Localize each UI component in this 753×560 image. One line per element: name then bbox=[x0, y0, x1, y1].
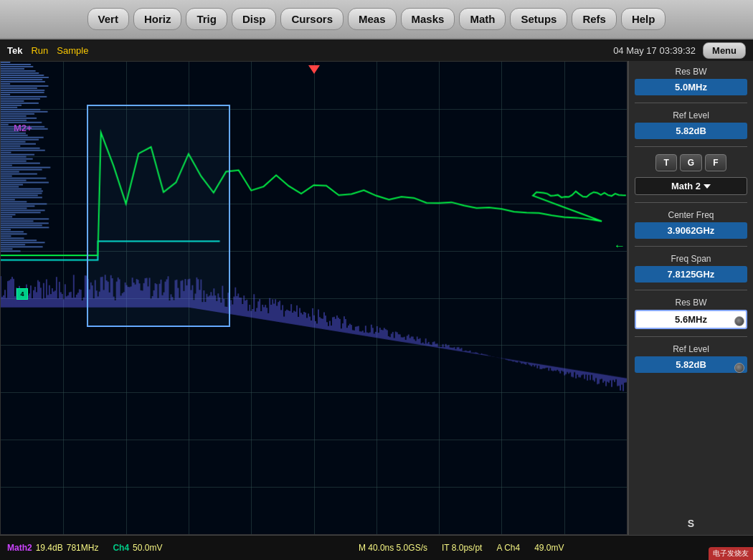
freq-span-value: 7.8125GHz bbox=[635, 266, 747, 283]
f-button[interactable]: F bbox=[705, 154, 726, 171]
divider-4 bbox=[635, 246, 747, 247]
tek-label: Tek bbox=[7, 45, 22, 56]
a-ch4-label: A Ch4 bbox=[496, 543, 520, 553]
sample-status: Sample bbox=[57, 45, 88, 56]
trigger-marker bbox=[308, 65, 320, 74]
t-button[interactable]: T bbox=[655, 154, 676, 171]
ch4-bottom-value: 50.0mV bbox=[133, 543, 162, 553]
res-bw2-section: Res BW 5.6MHz bbox=[635, 298, 747, 329]
math2-freq-value: 781MHz bbox=[67, 543, 99, 553]
freq-span-section: Freq Span 7.8125GHz bbox=[635, 254, 747, 283]
s-button[interactable]: S bbox=[635, 518, 747, 529]
ch4-marker: 4 bbox=[16, 288, 28, 300]
run-status: Run bbox=[31, 45, 48, 56]
status-bar: Tek Run Sample 04 May 17 03:39:32 Menu bbox=[0, 39, 753, 61]
cursors-button[interactable]: Cursors bbox=[280, 8, 344, 30]
bottom-bar: Math2 19.4dB 781MHz Ch4 50.0mV M 40.0ns … bbox=[0, 535, 753, 560]
top-menu-bar: Vert Horiz Trig Disp Cursors Meas Masks … bbox=[0, 0, 753, 39]
ref-level-section: Ref Level 5.82dB bbox=[635, 110, 747, 139]
g-button[interactable]: G bbox=[680, 154, 702, 171]
math2-dropdown[interactable]: Math 2 bbox=[635, 177, 747, 195]
math-button[interactable]: Math bbox=[459, 8, 506, 30]
math2-bottom-value: 19.4dB bbox=[36, 543, 63, 553]
right-panel: Res BW 5.0MHz Ref Level 5.82dB T G F Mat… bbox=[628, 61, 753, 535]
math2-dropdown-label: Math 2 bbox=[671, 181, 701, 191]
masks-button[interactable]: Masks bbox=[401, 8, 455, 30]
refs-button[interactable]: Refs bbox=[572, 8, 617, 30]
ref-level2-label: Ref Level bbox=[635, 344, 747, 354]
ref-level-marker: ← bbox=[614, 239, 625, 252]
res-bw-label: Res BW bbox=[635, 67, 747, 77]
center-freq-section: Center Freq 3.9062GHz bbox=[635, 210, 747, 239]
meas-button[interactable]: Meas bbox=[348, 8, 397, 30]
divider-5 bbox=[635, 290, 747, 290]
divider-3 bbox=[635, 202, 747, 203]
divider-2 bbox=[635, 146, 747, 147]
scope-screen: M2+ 4 ← bbox=[0, 61, 628, 535]
res-bw-value: 5.0MHz bbox=[635, 79, 747, 95]
math2-bottom-label: Math2 bbox=[7, 543, 32, 553]
center-freq-label: Center Freq bbox=[635, 210, 747, 220]
disp-button[interactable]: Disp bbox=[232, 8, 277, 30]
menu-button[interactable]: Menu bbox=[703, 42, 746, 59]
a-ch4-value: 49.0mV bbox=[534, 543, 564, 553]
ref-level2-value: 5.82dB bbox=[635, 356, 747, 373]
res-bw-knob[interactable] bbox=[734, 316, 744, 326]
dropdown-arrow-icon bbox=[704, 184, 711, 189]
logo-area: 电子发烧友 bbox=[709, 547, 753, 560]
bottom-center: M 40.0ns 5.0GS/s IT 8.0ps/pt A Ch4 49.0m… bbox=[176, 543, 746, 553]
ref-level2-section: Ref Level 5.82dB bbox=[635, 344, 747, 373]
ch4-bottom: Ch4 50.0mV bbox=[113, 543, 162, 553]
horiz-button[interactable]: Horiz bbox=[133, 8, 182, 30]
res-bw-section: Res BW 5.0MHz bbox=[635, 67, 747, 95]
ref-level-value: 5.82dB bbox=[635, 123, 747, 139]
ref-level-knob[interactable] bbox=[734, 363, 744, 373]
ch4-bottom-label: Ch4 bbox=[113, 543, 129, 553]
ref-level-label: Ref Level bbox=[635, 110, 747, 120]
center-freq-value: 3.9062GHz bbox=[635, 222, 747, 239]
vert-button[interactable]: Vert bbox=[87, 8, 129, 30]
help-button[interactable]: Help bbox=[621, 8, 666, 30]
m-timebase: M 40.0ns 5.0GS/s bbox=[359, 543, 427, 553]
timestamp: 04 May 17 03:39:32 bbox=[613, 45, 696, 56]
m2-label: M2+ bbox=[14, 123, 32, 133]
selection-box bbox=[87, 105, 230, 327]
tgf-row: T G F bbox=[635, 154, 747, 171]
math2-bottom: Math2 19.4dB 781MHz bbox=[7, 543, 98, 553]
freq-span-label: Freq Span bbox=[635, 254, 747, 264]
setups-button[interactable]: Setups bbox=[510, 8, 567, 30]
res-bw2-value[interactable]: 5.6MHz bbox=[635, 310, 747, 329]
divider-6 bbox=[635, 336, 747, 337]
trig-button[interactable]: Trig bbox=[186, 8, 227, 30]
res-bw2-label: Res BW bbox=[635, 298, 747, 308]
divider-1 bbox=[635, 103, 747, 103]
main-content: M2+ 4 ← Res BW 5.0MHz Ref Level 5.82dB T… bbox=[0, 61, 753, 535]
it-value: IT 8.0ps/pt bbox=[442, 543, 482, 553]
